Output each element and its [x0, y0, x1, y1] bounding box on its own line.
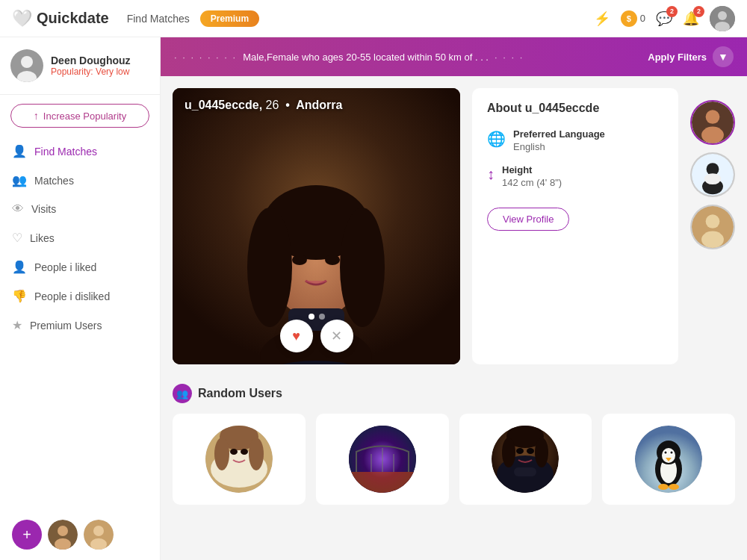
- sidebar: Deen Doughouz Popularity: Very low ↑ Inc…: [0, 37, 161, 560]
- svg-point-41: [241, 449, 248, 455]
- preferred-language-value: English: [513, 141, 605, 152]
- svg-point-32: [706, 214, 720, 228]
- svg-point-26: [701, 127, 724, 143]
- svg-point-30: [704, 173, 721, 184]
- side-thumb-2[interactable]: [690, 152, 735, 197]
- sidebar-user-avatar[interactable]: [10, 49, 43, 82]
- sidebar-item-find-matches[interactable]: 👤 Find Matches: [0, 137, 160, 166]
- about-height-details: Height 142 cm (4' 8"): [502, 164, 562, 188]
- sidebar-navigation: 👤 Find Matches 👥 Matches 👁 Visits ♡ Like…: [0, 137, 160, 509]
- heart-icon: 🤍: [12, 9, 32, 28]
- lightning-icon: ⚡: [594, 10, 610, 27]
- sidebar-people-liked-label: People i liked: [34, 261, 96, 273]
- sidebar-item-people-liked[interactable]: 👤 People i liked: [0, 252, 160, 281]
- user-avatar-top[interactable]: [710, 6, 735, 31]
- increase-popularity-label: Increase Popularity: [43, 111, 126, 122]
- sidebar-item-premium-users[interactable]: ★ Premium Users: [0, 311, 160, 340]
- svg-point-64: [665, 452, 667, 454]
- increase-popularity-button[interactable]: ↑ Increase Popularity: [10, 104, 149, 128]
- random-1-svg: [205, 426, 273, 493]
- match-card-actions: ♥ ✕: [280, 320, 353, 352]
- random-3-svg: [492, 426, 559, 493]
- notifications-button[interactable]: 🔔 2: [683, 10, 699, 27]
- preferred-language-label: Preferred Language: [513, 128, 605, 140]
- friend-1-svg: [48, 520, 78, 550]
- side-thumb-1[interactable]: [690, 100, 735, 145]
- match-location: Andorra: [296, 99, 342, 111]
- svg-point-38: [214, 438, 229, 470]
- side-thumb-3[interactable]: [690, 205, 735, 249]
- about-card: About u_0445eccde 🌐 Preferred Language E…: [472, 88, 678, 364]
- random-card-3[interactable]: [459, 414, 592, 505]
- sidebar-friends: +: [0, 509, 160, 560]
- matches-icon: 👥: [12, 173, 27, 187]
- topnav-right: ⚡ $ 0 💬 2 🔔 2: [594, 6, 735, 31]
- filter-description: Male,Female who ages 20-55 located withi…: [243, 52, 489, 63]
- svg-point-33: [701, 231, 724, 248]
- about-language-details: Preferred Language English: [513, 128, 605, 152]
- app-logo[interactable]: 🤍 Quickdate: [12, 9, 109, 28]
- svg-point-10: [93, 526, 104, 536]
- match-card-dots: [309, 314, 325, 320]
- user-avatar-svg: [710, 6, 735, 31]
- sidebar-user-info: Deen Doughouz Popularity: Very low: [0, 37, 160, 95]
- sidebar-item-matches[interactable]: 👥 Matches: [0, 166, 160, 195]
- dislike-button[interactable]: ✕: [320, 320, 353, 352]
- dot-1: [309, 314, 314, 320]
- search-people-icon: 👤: [12, 144, 27, 158]
- apply-filters-button[interactable]: Apply Filters ▼: [648, 46, 734, 67]
- svg-point-40: [230, 449, 238, 455]
- svg-point-65: [671, 452, 673, 454]
- friend-avatar-2[interactable]: [84, 520, 114, 550]
- coin-area[interactable]: $ 0: [621, 10, 645, 27]
- sidebar-item-people-disliked[interactable]: 👎 People i disliked: [0, 281, 160, 311]
- sidebar-find-matches-label: Find Matches: [34, 146, 97, 158]
- random-card-4[interactable]: [602, 414, 735, 505]
- svg-point-21: [325, 255, 340, 265]
- filter-text: · · · · · · · · Male,Female who ages 20-…: [174, 52, 524, 63]
- sidebar-item-visits[interactable]: 👁 Visits: [0, 195, 160, 223]
- sidebar-user-details: Deen Doughouz Popularity: Very low: [51, 55, 131, 77]
- sidebar-likes-label: Likes: [30, 232, 55, 244]
- star-icon: ★: [12, 318, 22, 332]
- svg-rect-44: [349, 472, 416, 493]
- find-matches-nav[interactable]: Find Matches: [127, 13, 190, 25]
- match-section: u_0445eccde, 26 • Andorra ♥ ✕ About u_04…: [161, 76, 747, 376]
- sidebar-matches-label: Matches: [34, 175, 74, 187]
- people-liked-icon: 👤: [12, 260, 27, 274]
- random-users-icon: 👥: [173, 384, 192, 403]
- height-label: Height: [502, 164, 562, 175]
- match-age: 26: [266, 99, 279, 111]
- coin-icon: $: [621, 10, 637, 27]
- svg-point-53: [535, 438, 548, 467]
- premium-badge[interactable]: Premium: [200, 10, 259, 27]
- friend-2-svg: [84, 520, 114, 550]
- sidebar-item-likes[interactable]: ♡ Likes: [0, 223, 160, 252]
- filter-dots-left: · · · · · · · ·: [174, 52, 237, 63]
- match-username: u_0445eccde,: [185, 99, 262, 111]
- sidebar-visits-label: Visits: [31, 203, 56, 215]
- match-card: u_0445eccde, 26 • Andorra ♥ ✕: [173, 88, 460, 364]
- svg-point-1: [718, 11, 727, 20]
- about-height: ↕ Height 142 cm (4' 8"): [487, 164, 663, 188]
- friend-avatar-1[interactable]: [48, 520, 78, 550]
- arrow-up-icon: ↑: [34, 110, 39, 122]
- filter-bar: · · · · · · · · Male,Female who ages 20-…: [161, 37, 747, 76]
- svg-point-18: [340, 208, 385, 327]
- like-button[interactable]: ♥: [280, 320, 313, 352]
- svg-point-4: [21, 56, 33, 68]
- lightning-button[interactable]: ⚡: [594, 10, 610, 27]
- sidebar-popularity: Popularity: Very low: [51, 66, 131, 77]
- svg-point-54: [516, 448, 524, 454]
- notifications-badge: 2: [693, 6, 704, 17]
- messages-badge: 2: [666, 6, 678, 17]
- random-card-1[interactable]: [173, 414, 306, 505]
- add-friend-button[interactable]: +: [12, 520, 42, 550]
- view-profile-button[interactable]: View Profile: [487, 208, 569, 231]
- sidebar-people-disliked-label: People i disliked: [34, 290, 110, 302]
- thumb-1-svg: [692, 102, 734, 143]
- eye-icon: 👁: [12, 202, 24, 216]
- random-card-2[interactable]: [316, 414, 449, 505]
- messages-button[interactable]: 💬 2: [656, 10, 672, 27]
- random-section: 👥 Random Users: [161, 376, 747, 517]
